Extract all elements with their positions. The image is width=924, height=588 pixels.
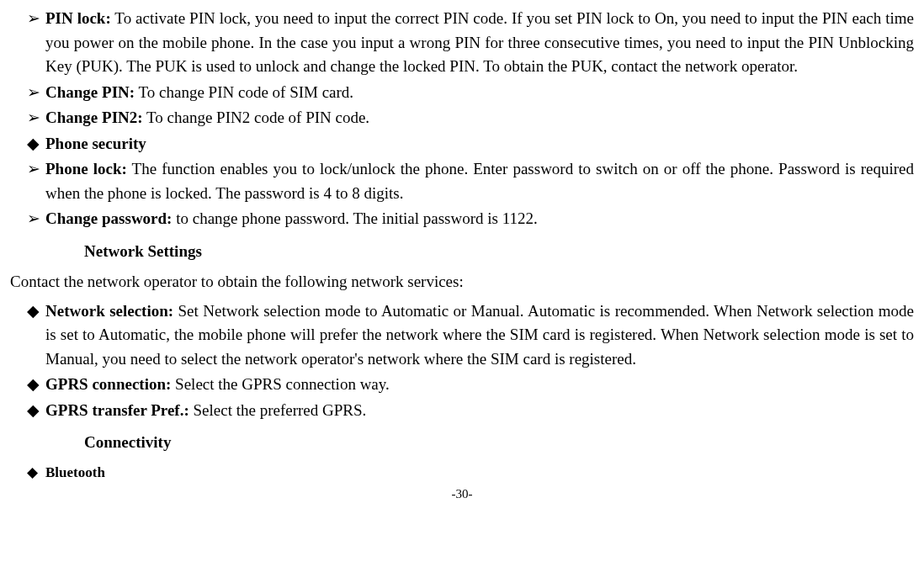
list-item-phone-security: ◆ Phone security <box>10 132 914 156</box>
diamond-bullet-icon: ◆ <box>10 299 45 372</box>
network-intro-text: Contact the network operator to obtain t… <box>10 270 914 294</box>
phone-lock-content: Phone lock: The function enables you to … <box>45 157 914 205</box>
diamond-bullet-icon: ◆ <box>10 373 45 397</box>
arrow-bullet-icon: ➢ <box>10 81 45 105</box>
list-item-network-selection: ◆ Network selection: Set Network selecti… <box>10 299 914 372</box>
list-item-phone-lock: ➢ Phone lock: The function enables you t… <box>10 157 914 205</box>
change-password-text: to change phone password. The initial pa… <box>172 209 537 227</box>
diamond-bullet-icon: ◆ <box>10 132 45 156</box>
network-selection-text: Set Network selection mode to Automatic … <box>45 302 914 368</box>
list-item-gprs-transfer: ◆ GPRS transfer Pref.: Select the prefer… <box>10 399 914 423</box>
arrow-bullet-icon: ➢ <box>10 106 45 130</box>
phone-lock-text: The function enables you to lock/unlock … <box>45 160 914 202</box>
list-item-bluetooth: ◆ Bluetooth <box>10 462 914 484</box>
network-selection-label: Network selection: <box>45 302 173 320</box>
arrow-bullet-icon: ➢ <box>10 207 45 231</box>
connectivity-heading: Connectivity <box>84 431 914 455</box>
list-item-change-password: ➢ Change password: to change phone passw… <box>10 207 914 231</box>
gprs-transfer-label: GPRS transfer Pref.: <box>45 401 189 419</box>
change-pin-content: Change PIN: To change PIN code of SIM ca… <box>45 81 914 105</box>
change-pin2-content: Change PIN2: To change PIN2 code of PIN … <box>45 106 914 130</box>
change-pin-label: Change PIN: <box>45 83 135 101</box>
arrow-bullet-icon: ➢ <box>10 7 45 79</box>
phone-lock-label: Phone lock: <box>45 160 127 177</box>
gprs-connection-text: Select the GPRS connection way. <box>171 375 389 393</box>
bluetooth-label: Bluetooth <box>45 462 914 484</box>
change-password-label: Change password: <box>45 209 172 227</box>
list-item-change-pin2: ➢ Change PIN2: To change PIN2 code of PI… <box>10 106 914 130</box>
change-pin2-label: Change PIN2: <box>45 109 143 126</box>
list-item-pin-lock: ➢ PIN lock: To activate PIN lock, you ne… <box>10 7 914 79</box>
diamond-bullet-icon: ◆ <box>10 399 45 423</box>
change-pin2-text: To change PIN2 code of PIN code. <box>143 109 370 126</box>
diamond-bullet-icon: ◆ <box>10 462 45 484</box>
pin-lock-text: To activate PIN lock, you need to input … <box>45 9 914 75</box>
settings-list: ➢ PIN lock: To activate PIN lock, you ne… <box>10 7 914 483</box>
phone-security-label: Phone security <box>45 132 914 156</box>
page-number: -30- <box>10 485 914 504</box>
pin-lock-content: PIN lock: To activate PIN lock, you need… <box>45 7 914 79</box>
list-item-gprs-connection: ◆ GPRS connection: Select the GPRS conne… <box>10 373 914 397</box>
list-item-change-pin: ➢ Change PIN: To change PIN code of SIM … <box>10 81 914 105</box>
change-password-content: Change password: to change phone passwor… <box>45 207 914 231</box>
change-pin-text: To change PIN code of SIM card. <box>135 83 353 101</box>
gprs-transfer-content: GPRS transfer Pref.: Select the preferre… <box>45 399 914 423</box>
network-settings-heading: Network Settings <box>84 240 914 264</box>
network-selection-content: Network selection: Set Network selection… <box>45 299 914 372</box>
gprs-connection-label: GPRS connection: <box>45 375 171 393</box>
pin-lock-label: PIN lock: <box>45 9 111 27</box>
gprs-connection-content: GPRS connection: Select the GPRS connect… <box>45 373 914 397</box>
gprs-transfer-text: Select the preferred GPRS. <box>189 401 367 419</box>
arrow-bullet-icon: ➢ <box>10 157 45 205</box>
